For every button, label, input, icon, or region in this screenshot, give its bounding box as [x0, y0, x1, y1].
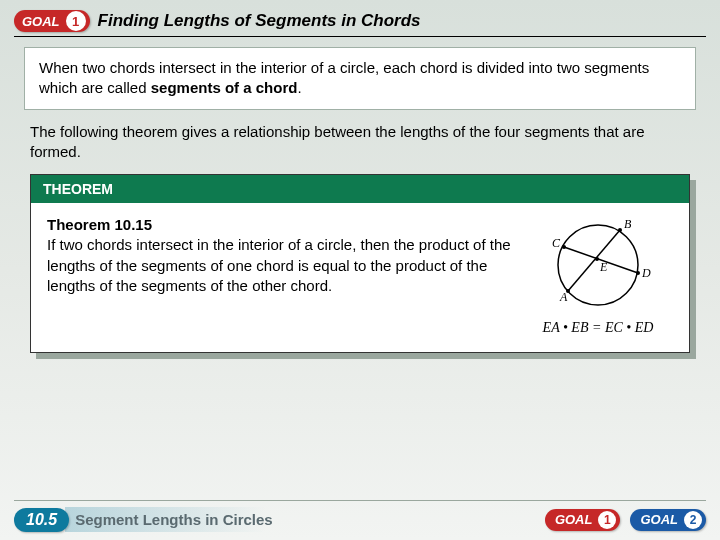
theorem-heading: THEOREM	[31, 175, 689, 203]
label-d: D	[641, 266, 651, 280]
page-title: Finding Lengths of Segments in Chords	[98, 11, 421, 31]
goal-number: 1	[66, 11, 86, 31]
label-a: A	[559, 290, 568, 304]
section-title: Segment Lengths in Circles	[65, 507, 289, 532]
theorem-text: Theorem 10.15 If two chords intersect in…	[47, 215, 511, 338]
label-b: B	[624, 217, 632, 231]
theorem-box: THEOREM Theorem 10.15 If two chords inte…	[30, 174, 690, 353]
mid-text: The following theorem gives a relationsh…	[30, 122, 690, 163]
footer-goal-label-2: GOAL	[640, 512, 678, 527]
intro-term: segments of a chord	[151, 79, 298, 96]
theorem-body: If two chords intersect in the interior …	[47, 236, 511, 294]
svg-line-1	[568, 230, 620, 291]
goal-label: GOAL	[22, 14, 60, 29]
goal-badge: GOAL 1	[14, 10, 90, 32]
header-rule	[14, 36, 706, 37]
svg-point-6	[636, 271, 640, 275]
intro-text-b: .	[297, 79, 301, 96]
svg-point-5	[562, 245, 566, 249]
theorem-name: Theorem 10.15	[47, 216, 152, 233]
section-badge: 10.5	[14, 508, 69, 532]
footer-goal-1[interactable]: GOAL 1	[545, 509, 621, 531]
footer-goal-num-1: 1	[598, 511, 616, 529]
footer-goal-num-2: 2	[684, 511, 702, 529]
svg-point-7	[595, 257, 599, 261]
footer-goal-label-1: GOAL	[555, 512, 593, 527]
svg-point-0	[558, 225, 638, 305]
label-e: E	[599, 260, 608, 274]
footer-goal-2[interactable]: GOAL 2	[630, 509, 706, 531]
intro-box: When two chords intersect in the interio…	[24, 47, 696, 110]
theorem-figure: A B C D E EA • EB = EC • ED	[523, 215, 673, 338]
intro-text-a: When two chords intersect in the interio…	[39, 59, 649, 96]
footer: 10.5 Segment Lengths in Circles GOAL 1 G…	[14, 500, 706, 532]
svg-point-4	[618, 228, 622, 232]
theorem-equation: EA • EB = EC • ED	[523, 319, 673, 338]
label-c: C	[552, 236, 561, 250]
